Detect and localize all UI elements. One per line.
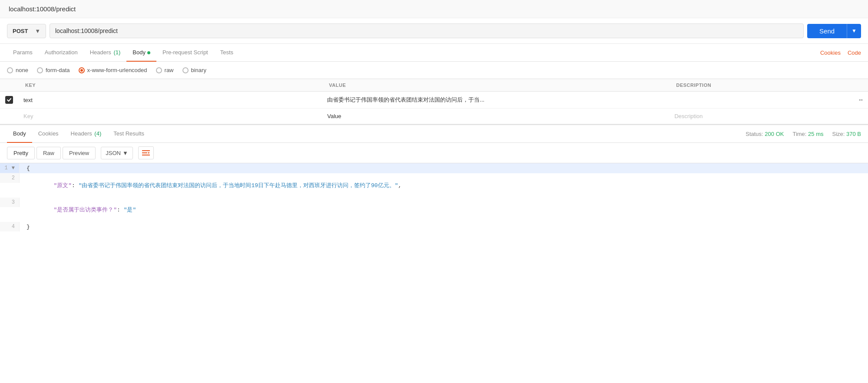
line-num-2: 2	[0, 173, 20, 183]
view-raw-button[interactable]: Raw	[36, 147, 61, 159]
line-content-3: "是否属于出访类事件？": "是"	[20, 198, 136, 222]
tab-authorization[interactable]: Authorization	[39, 44, 84, 62]
code-line-1: 1 ▼ {	[0, 163, 868, 173]
code-link[interactable]: Code	[848, 44, 861, 61]
send-button[interactable]: Send	[807, 24, 847, 38]
resp-cookies-label: Cookies	[38, 130, 59, 137]
resp-headers-badge: (4)	[93, 130, 102, 137]
row-desc-cell[interactable]	[669, 92, 853, 109]
code-line-4: 4 }	[0, 222, 868, 232]
time-value: 25 ms	[808, 131, 823, 137]
time-label-group: Time: 25 ms	[792, 131, 823, 137]
code-line-3: 3 "是否属于出访类事件？": "是"	[0, 198, 868, 222]
table-row: text 由省委书记于伟国率领的省代表团结束对法国的访问后，于当... ••	[0, 92, 868, 109]
req-tab-right-links: Cookies Code	[820, 44, 861, 61]
resp-test-results-label: Test Results	[113, 130, 144, 137]
response-status: Status: 200 OK Time: 25 ms Size: 370 B	[745, 131, 861, 137]
cookies-link[interactable]: Cookies	[820, 44, 841, 61]
wrap-button[interactable]	[138, 146, 154, 159]
row-more-cell[interactable]: ••	[854, 92, 868, 109]
empty-check-cell	[0, 109, 18, 124]
none-radio[interactable]	[7, 67, 13, 73]
title-bar: localhost:10008/predict	[0, 0, 868, 18]
body-dot	[147, 51, 150, 54]
tab-pre-request[interactable]: Pre-request Script	[156, 44, 214, 62]
col-more-header	[854, 79, 868, 92]
binary-label: binary	[191, 67, 206, 73]
col-check-header	[0, 79, 18, 92]
row-value-cell[interactable]: 由省委书记于伟国率领的省代表团结束对法国的访问后，于当...	[322, 92, 669, 109]
empty-key-cell[interactable]: Key	[18, 109, 322, 124]
body-type-binary[interactable]: binary	[182, 67, 206, 73]
empty-desc-cell[interactable]: Description	[669, 109, 853, 124]
resp-tab-body[interactable]: Body	[7, 125, 32, 143]
body-type-none[interactable]: none	[7, 67, 28, 73]
page-title: localhost:10008/predict	[9, 5, 76, 13]
row-key-cell[interactable]: text	[18, 92, 322, 109]
raw-label: raw	[165, 67, 174, 73]
size-label-group: Size: 370 B	[832, 131, 861, 137]
body-type-form-data[interactable]: form-data	[37, 67, 70, 73]
tab-params[interactable]: Params	[7, 44, 39, 62]
resp-tab-cookies[interactable]: Cookies	[32, 125, 65, 143]
tab-headers[interactable]: Headers (1)	[84, 44, 127, 62]
row-checkbox[interactable]	[5, 96, 13, 104]
col-desc-header: DESCRIPTION	[669, 79, 853, 92]
status-value: 200 OK	[765, 131, 784, 137]
format-select[interactable]: JSON ▼	[101, 147, 133, 159]
method-chevron: ▼	[35, 28, 40, 34]
kv-table: KEY VALUE DESCRIPTION text 由省委书记于伟国率领的省代…	[0, 79, 868, 124]
resp-tab-test-results[interactable]: Test Results	[107, 125, 150, 143]
line-num-4: 4	[0, 222, 20, 231]
view-preview-button[interactable]: Preview	[63, 147, 96, 159]
form-data-radio[interactable]	[37, 67, 43, 73]
url-bar: POST ▼ Send ▼	[0, 18, 868, 44]
send-arrow-button[interactable]: ▼	[847, 24, 861, 38]
tab-tests[interactable]: Tests	[214, 44, 239, 62]
url-input[interactable]	[50, 23, 804, 38]
none-label: none	[16, 67, 28, 73]
code-area: 1 ▼ { 2 "原文": "由省委书记于伟国率领的省代表团结束对法国的访问后，…	[0, 163, 868, 232]
body-type-raw[interactable]: raw	[156, 67, 174, 73]
urlencoded-radio[interactable]	[79, 67, 85, 73]
send-button-group: Send ▼	[807, 24, 861, 38]
line-num-1: 1 ▼	[0, 163, 20, 173]
view-pretty-button[interactable]: Pretty	[7, 147, 35, 159]
form-data-label: form-data	[46, 67, 70, 73]
body-type-selector: none form-data x-www-form-urlencoded raw…	[0, 62, 868, 79]
urlencoded-label: x-www-form-urlencoded	[87, 67, 147, 73]
line-content-2: "原文": "由省委书记于伟国率领的省代表团结束对法国的访问后，于当地时间19日…	[20, 173, 401, 198]
method-select[interactable]: POST ▼	[7, 24, 46, 38]
table-empty-row: Key Value Description	[0, 109, 868, 124]
col-value-header: VALUE	[322, 79, 669, 92]
request-tabs: Params Authorization Headers (1) Body Pr…	[0, 44, 868, 62]
resp-body-label: Body	[13, 130, 26, 137]
line-num-3: 3	[0, 198, 20, 207]
status-label: Status: 200 OK	[745, 131, 784, 137]
tab-body[interactable]: Body	[126, 44, 156, 62]
body-type-urlencoded[interactable]: x-www-form-urlencoded	[79, 67, 147, 73]
raw-radio[interactable]	[156, 67, 162, 73]
format-label: JSON	[106, 150, 121, 156]
row-check-cell[interactable]	[0, 92, 18, 109]
response-toolbar: Pretty Raw Preview JSON ▼	[0, 143, 868, 163]
response-section: Body Cookies Headers (4) Test Results St…	[0, 124, 868, 232]
format-chevron: ▼	[123, 150, 128, 156]
headers-badge: (1)	[112, 49, 121, 56]
method-label: POST	[13, 28, 28, 34]
response-tabs: Body Cookies Headers (4) Test Results St…	[0, 125, 868, 143]
code-line-2: 2 "原文": "由省委书记于伟国率领的省代表团结束对法国的访问后，于当地时间1…	[0, 173, 868, 198]
binary-radio[interactable]	[182, 67, 189, 73]
resp-headers-label: Headers	[71, 130, 92, 137]
size-value: 370 B	[846, 131, 861, 137]
line-content-4: }	[20, 222, 30, 232]
line-content-1: {	[20, 163, 30, 173]
line-arrow: ▼	[12, 165, 15, 171]
empty-value-cell[interactable]: Value	[322, 109, 669, 124]
col-key-header: KEY	[18, 79, 322, 92]
empty-more-cell	[854, 109, 868, 124]
resp-tab-headers[interactable]: Headers (4)	[65, 125, 108, 143]
